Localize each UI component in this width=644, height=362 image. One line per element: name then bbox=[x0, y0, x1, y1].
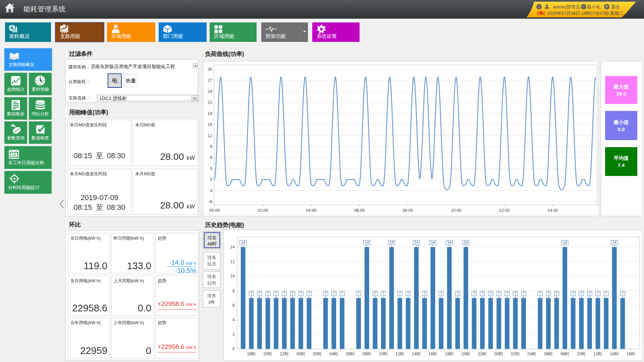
svg-text:12时: 12时 bbox=[395, 352, 404, 356]
svg-text:7: 7 bbox=[490, 291, 492, 295]
svg-text:7: 7 bbox=[283, 291, 285, 295]
svg-text:16时: 16时 bbox=[428, 352, 437, 356]
svg-text:7: 7 bbox=[259, 291, 261, 295]
svg-text:12: 12 bbox=[230, 259, 235, 264]
svg-text:08时: 08时 bbox=[362, 352, 371, 356]
svg-text:7: 7 bbox=[407, 291, 409, 295]
svg-text:7: 7 bbox=[358, 291, 360, 295]
svg-text:7: 7 bbox=[572, 291, 574, 295]
svg-text:06:00: 06:00 bbox=[354, 208, 365, 213]
svg-text:18: 18 bbox=[208, 111, 212, 116]
svg-text:27: 27 bbox=[208, 78, 212, 83]
svg-text:14: 14 bbox=[365, 240, 369, 244]
svg-text:7: 7 bbox=[547, 291, 549, 295]
svg-text:8: 8 bbox=[232, 289, 235, 293]
svg-text:7: 7 bbox=[325, 291, 327, 295]
svg-text:10时: 10时 bbox=[379, 352, 388, 356]
svg-text:00:00: 00:00 bbox=[209, 208, 220, 213]
svg-text:08:00: 08:00 bbox=[402, 208, 413, 213]
svg-text:16时: 16时 bbox=[627, 352, 635, 356]
svg-text:7: 7 bbox=[399, 291, 401, 295]
svg-text:24: 24 bbox=[208, 89, 212, 94]
svg-text:14: 14 bbox=[241, 240, 245, 244]
svg-text:06时: 06时 bbox=[346, 352, 355, 356]
svg-text:7: 7 bbox=[267, 291, 269, 295]
svg-text:-3: -3 bbox=[209, 188, 212, 193]
svg-text:9: 9 bbox=[210, 144, 212, 149]
svg-text:14: 14 bbox=[431, 240, 435, 244]
svg-text:2: 2 bbox=[232, 332, 235, 337]
svg-text:0: 0 bbox=[232, 347, 235, 351]
svg-text:14: 14 bbox=[230, 245, 235, 249]
svg-text:7: 7 bbox=[341, 291, 343, 295]
svg-text:00时: 00时 bbox=[297, 352, 305, 356]
svg-text:7: 7 bbox=[440, 291, 442, 295]
svg-text:02时: 02时 bbox=[511, 352, 520, 356]
svg-text:20时: 20时 bbox=[462, 352, 470, 356]
svg-text:7: 7 bbox=[300, 291, 302, 295]
svg-text:22时: 22时 bbox=[478, 352, 487, 356]
svg-text:7: 7 bbox=[605, 291, 607, 295]
svg-text:0: 0 bbox=[210, 177, 212, 182]
svg-text:7: 7 bbox=[424, 291, 426, 295]
svg-text:14时: 14时 bbox=[610, 352, 619, 356]
svg-text:7: 7 bbox=[580, 291, 582, 295]
svg-text:12:00: 12:00 bbox=[499, 208, 509, 213]
svg-text:04时: 04时 bbox=[329, 352, 338, 356]
svg-text:6: 6 bbox=[232, 303, 235, 308]
svg-text:7: 7 bbox=[622, 291, 624, 295]
svg-text:14:00: 14:00 bbox=[547, 208, 558, 213]
svg-text:7: 7 bbox=[374, 291, 376, 295]
svg-text:15: 15 bbox=[208, 122, 212, 127]
svg-text:14: 14 bbox=[612, 240, 616, 244]
svg-text:7: 7 bbox=[555, 291, 557, 295]
svg-text:14: 14 bbox=[414, 240, 418, 244]
svg-text:14: 14 bbox=[563, 240, 567, 244]
svg-text:7: 7 bbox=[250, 291, 252, 295]
svg-text:7: 7 bbox=[291, 291, 293, 295]
svg-text:7: 7 bbox=[514, 291, 516, 295]
svg-text:30: 30 bbox=[208, 67, 212, 72]
svg-text:20时: 20时 bbox=[263, 352, 272, 356]
svg-text:7: 7 bbox=[506, 291, 508, 295]
svg-text:-6: -6 bbox=[209, 199, 212, 204]
svg-text:18时: 18时 bbox=[445, 352, 453, 356]
svg-text:12时: 12时 bbox=[593, 352, 602, 356]
svg-text:22时: 22时 bbox=[280, 352, 288, 356]
svg-text:14: 14 bbox=[464, 240, 468, 244]
svg-text:04:00: 04:00 bbox=[306, 208, 316, 213]
svg-text:7: 7 bbox=[481, 291, 483, 295]
svg-text:6: 6 bbox=[210, 155, 212, 160]
svg-text:14: 14 bbox=[389, 240, 393, 244]
svg-text:14: 14 bbox=[447, 240, 451, 244]
svg-text:7: 7 bbox=[333, 291, 335, 295]
svg-text:7: 7 bbox=[308, 291, 310, 295]
svg-text:06时: 06时 bbox=[544, 352, 553, 356]
svg-text:12: 12 bbox=[12, 153, 16, 157]
svg-text:08时: 08时 bbox=[560, 352, 569, 356]
svg-text:7: 7 bbox=[597, 291, 599, 295]
svg-text:4: 4 bbox=[232, 317, 235, 322]
svg-text:3: 3 bbox=[210, 166, 212, 171]
svg-text:7: 7 bbox=[498, 291, 500, 295]
svg-text:14时: 14时 bbox=[412, 352, 421, 356]
svg-text:7: 7 bbox=[382, 291, 384, 295]
svg-text:00时: 00时 bbox=[494, 352, 503, 356]
svg-text:18时: 18时 bbox=[247, 352, 256, 356]
svg-text:7: 7 bbox=[473, 291, 475, 295]
svg-text:10: 10 bbox=[230, 274, 235, 279]
svg-text:04时: 04时 bbox=[527, 352, 536, 356]
svg-text:12: 12 bbox=[208, 133, 212, 138]
svg-text:7: 7 bbox=[457, 291, 459, 295]
svg-text:10时: 10时 bbox=[577, 352, 586, 356]
svg-text:7: 7 bbox=[589, 291, 591, 295]
svg-text:21: 21 bbox=[208, 100, 212, 105]
svg-text:7: 7 bbox=[275, 291, 277, 295]
svg-text:10:00: 10:00 bbox=[451, 208, 461, 213]
svg-text:7: 7 bbox=[539, 291, 541, 295]
svg-text:02:00: 02:00 bbox=[258, 208, 268, 213]
svg-text:02时: 02时 bbox=[313, 352, 322, 356]
svg-text:7: 7 bbox=[523, 291, 525, 295]
